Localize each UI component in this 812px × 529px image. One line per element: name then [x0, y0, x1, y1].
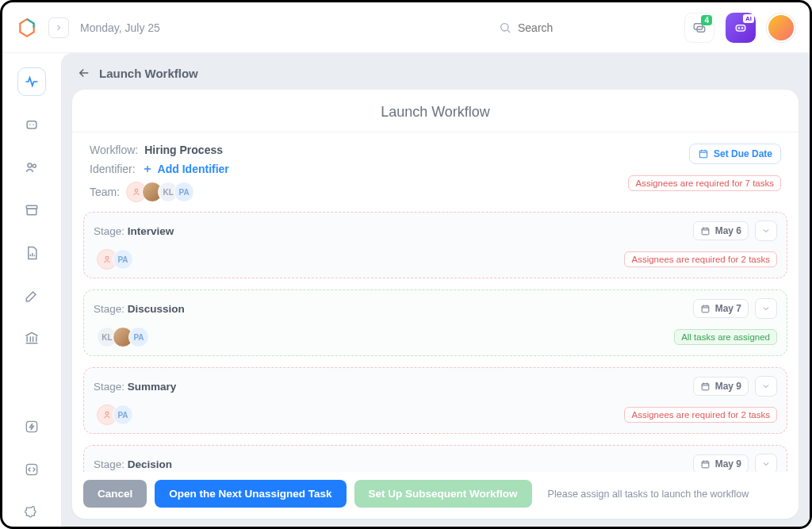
file-chart-icon: [24, 245, 40, 261]
team-label: Team:: [90, 186, 120, 198]
svg-point-5: [738, 27, 740, 29]
stage-status-pill: All tasks are assigned: [674, 329, 777, 345]
stage-card: Stage: InterviewMay 6PAAssignees are req…: [83, 212, 787, 278]
stage-date-chip[interactable]: May 6: [693, 221, 749, 240]
meta-warning-pill: Assignees are required for 7 tasks: [628, 175, 781, 191]
stage-expand-button[interactable]: [755, 220, 777, 241]
sidebar-item-extension[interactable]: [17, 498, 46, 527]
robot-icon: [24, 117, 40, 132]
open-next-button[interactable]: Open the Next Unassigned Task: [155, 480, 346, 508]
archive-icon: [24, 202, 40, 218]
set-due-label: Set Due Date: [714, 148, 772, 159]
sidebar: [2, 53, 61, 527]
workflow-name: Hiring Process: [144, 144, 223, 156]
stage-expand-button[interactable]: [755, 376, 777, 397]
cancel-button[interactable]: Cancel: [83, 480, 147, 508]
svg-rect-23: [702, 461, 709, 467]
chat-button[interactable]: 4: [684, 13, 714, 43]
sidebar-item-code[interactable]: [17, 455, 46, 484]
nav-forward-button[interactable]: [48, 17, 69, 38]
set-due-date-button[interactable]: Set Due Date: [689, 144, 781, 164]
sidebar-item-activity[interactable]: [17, 67, 46, 96]
stage-status-pill: Assignees are required for 2 tasks: [624, 251, 777, 267]
content-area: Launch Workflow Launch Workflow Workflow…: [61, 53, 810, 527]
workflow-meta: Workflow: Hiring Process Identifier: Add…: [72, 132, 799, 207]
people-icon: [24, 159, 40, 175]
identifier-label: Identifier:: [90, 163, 136, 175]
stage-date: May 6: [715, 225, 741, 236]
stage-date-chip[interactable]: May 9: [693, 377, 749, 396]
stage-avatars: PA: [97, 404, 133, 425]
setup-workflow-button[interactable]: Set Up Subsequent Workflow: [354, 480, 532, 508]
calendar-icon: [700, 459, 710, 470]
svg-rect-7: [27, 121, 36, 128]
stage-expand-button[interactable]: [755, 454, 777, 472]
chevron-down-icon: [761, 226, 771, 236]
chevron-down-icon: [761, 459, 771, 469]
workflow-label: Workflow:: [90, 144, 138, 156]
add-identifier-button[interactable]: Add Identifier: [142, 163, 229, 175]
plus-icon: [142, 163, 153, 174]
stage-title: Stage: Summary: [94, 381, 176, 393]
page-title: Launch Workflow: [99, 67, 198, 80]
sidebar-item-archive[interactable]: [17, 196, 46, 224]
stage-title: Stage: Decision: [94, 458, 172, 470]
stage-status-pill: Assignees are required for 2 tasks: [624, 407, 777, 423]
puzzle-icon: [24, 504, 40, 520]
chat-badge: 4: [701, 15, 712, 25]
stage-card: Stage: DiscussionMay 7KLPAAll tasks are …: [83, 289, 787, 356]
svg-point-9: [33, 124, 34, 125]
stage-date-chip[interactable]: May 9: [693, 454, 749, 472]
workflow-card: Launch Workflow Workflow: Hiring Process…: [72, 90, 799, 519]
search-icon: [499, 21, 511, 34]
card-title: Launch Workflow: [72, 90, 799, 132]
search-input[interactable]: [518, 21, 645, 34]
calendar-icon: [700, 304, 710, 314]
pulse-icon: [24, 74, 40, 90]
stages-list: Stage: InterviewMay 6PAAssignees are req…: [72, 207, 799, 472]
svg-rect-21: [702, 383, 709, 389]
avatar-pa: PA: [174, 182, 194, 202]
search-field[interactable]: [499, 21, 673, 34]
svg-point-6: [741, 27, 743, 29]
sidebar-item-report[interactable]: [17, 239, 46, 267]
user-avatar[interactable]: [767, 13, 795, 42]
stage-expand-button[interactable]: [755, 298, 777, 319]
svg-rect-14: [26, 422, 36, 432]
card-footer: Cancel Open the Next Unassigned Task Set…: [72, 472, 799, 519]
ai-button[interactable]: AI: [726, 13, 756, 43]
stage-date: May 9: [715, 458, 741, 470]
back-button[interactable]: [77, 66, 91, 80]
stage-card: Stage: DecisionMay 9PAAssignees are requ…: [83, 445, 787, 472]
sidebar-item-people[interactable]: [17, 153, 46, 182]
svg-rect-13: [27, 209, 36, 215]
svg-rect-18: [702, 228, 709, 234]
calendar-icon: [698, 148, 709, 159]
svg-rect-17: [699, 151, 707, 158]
sidebar-item-bolt[interactable]: [17, 412, 46, 441]
svg-point-19: [105, 256, 109, 259]
stage-date: May 7: [715, 303, 741, 314]
breadcrumb: Launch Workflow: [61, 53, 810, 90]
stage-card: Stage: SummaryMay 9PAAssignees are requi…: [83, 367, 787, 434]
app-logo: [17, 17, 37, 38]
stage-avatars: KLPA: [97, 327, 149, 347]
svg-point-11: [33, 164, 36, 167]
calendar-icon: [700, 381, 710, 392]
bolt-icon: [24, 419, 40, 435]
svg-point-10: [28, 163, 32, 167]
chevron-down-icon: [761, 381, 771, 391]
team-avatars: KL PA: [126, 182, 194, 202]
header-date: Monday, July 25: [80, 21, 160, 34]
top-bar: Monday, July 25 4 AI: [2, 2, 810, 53]
edit-icon: [24, 288, 40, 304]
svg-point-22: [105, 412, 109, 415]
sidebar-item-bank[interactable]: [17, 324, 46, 352]
sidebar-item-robot[interactable]: [17, 110, 46, 139]
svg-point-0: [501, 23, 508, 30]
stage-date-chip[interactable]: May 7: [693, 299, 749, 318]
person-icon: [131, 186, 142, 197]
sidebar-item-edit[interactable]: [17, 282, 46, 310]
arrow-left-icon: [77, 66, 91, 80]
add-identifier-label: Add Identifier: [158, 163, 229, 175]
